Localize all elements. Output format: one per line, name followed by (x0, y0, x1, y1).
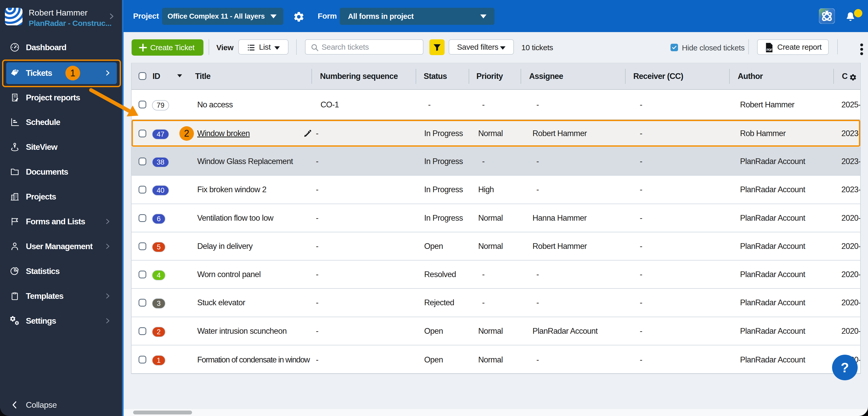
svg-text:PDF: PDF (767, 48, 772, 52)
